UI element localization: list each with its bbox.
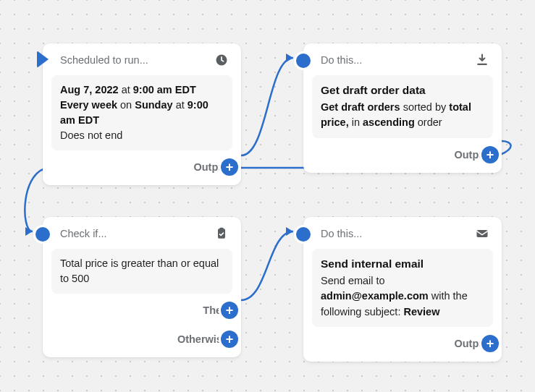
node-body: Send internal email Send email to admin@…: [312, 249, 493, 327]
output-port: Output +: [303, 144, 489, 166]
svg-rect-4: [218, 229, 225, 238]
svg-rect-6: [477, 230, 488, 237]
svg-marker-1: [25, 227, 33, 236]
node-header-label: Check if...: [60, 228, 106, 239]
add-step-button[interactable]: +: [221, 302, 238, 319]
mail-icon: [474, 226, 490, 242]
clipboard-icon: [214, 226, 229, 242]
clock-icon: [214, 52, 229, 68]
node-header: Do this...: [303, 43, 502, 75]
node-header-label: Do this...: [321, 54, 362, 66]
node-condition[interactable]: Check if... Total price is greater than …: [43, 217, 241, 357]
add-step-button[interactable]: +: [221, 331, 238, 348]
then-port: Then +: [43, 299, 228, 321]
node-header: Check if...: [43, 217, 241, 249]
input-port[interactable]: [296, 227, 311, 242]
svg-marker-2: [286, 227, 293, 236]
node-header-label: Do this...: [321, 228, 362, 239]
node-action-get-draft-order[interactable]: Do this... Get draft order data Get draf…: [303, 43, 502, 173]
trigger-start-icon: [37, 51, 49, 68]
node-header: Do this...: [303, 217, 502, 249]
output-port: Output +: [43, 156, 228, 178]
node-body: Aug 7, 2022 at 9:00 am EDT Every week on…: [51, 75, 232, 150]
add-step-button[interactable]: +: [221, 158, 238, 176]
output-port: Output +: [303, 333, 489, 354]
node-action-send-email[interactable]: Do this... Send internal email Send emai…: [303, 217, 502, 362]
add-step-button[interactable]: +: [481, 335, 499, 352]
svg-rect-5: [220, 228, 224, 230]
node-trigger[interactable]: Scheduled to run... Aug 7, 2022 at 9:00 …: [43, 43, 241, 185]
svg-marker-0: [286, 54, 293, 62]
node-body: Total price is greater than or equal to …: [51, 249, 232, 294]
node-body: Get draft order data Get draft orders so…: [312, 75, 493, 138]
node-header-label: Scheduled to run...: [60, 54, 148, 66]
input-port[interactable]: [35, 227, 50, 242]
add-step-button[interactable]: +: [481, 146, 499, 163]
input-port[interactable]: [296, 54, 311, 68]
otherwise-port: Otherwise +: [43, 328, 228, 350]
node-header: Scheduled to run...: [43, 43, 241, 75]
download-icon: [474, 52, 490, 68]
